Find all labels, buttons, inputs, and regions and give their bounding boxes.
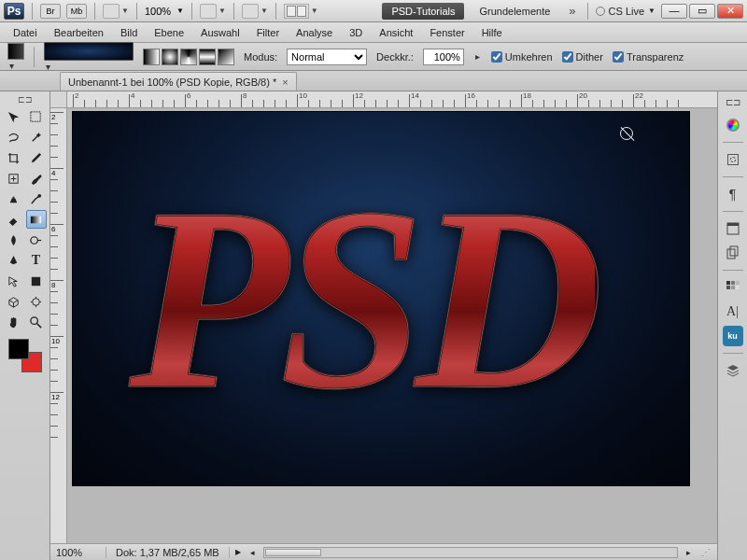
opacity-flyout[interactable]: ▸ xyxy=(473,51,482,62)
cs-live-button[interactable]: CS Live▼ xyxy=(596,6,655,17)
paragraph-panel-icon[interactable]: ¶ xyxy=(723,184,743,204)
tools-collapse-icon[interactable]: ⊏⊐ xyxy=(18,95,33,105)
3d-tool[interactable] xyxy=(4,292,24,311)
path-selection-tool[interactable] xyxy=(4,272,24,290)
opacity-input[interactable]: 100% xyxy=(423,49,464,65)
svg-rect-3 xyxy=(31,216,41,223)
menu-filter[interactable]: Filter xyxy=(249,24,287,41)
history-brush-tool[interactable] xyxy=(26,189,47,208)
grid-icon xyxy=(200,4,217,19)
gradient-linear-button[interactable] xyxy=(143,49,160,65)
scrollbar-thumb[interactable] xyxy=(265,549,321,556)
clone-stamp-tool[interactable] xyxy=(4,189,24,208)
workspace-tab-psd-tutorials[interactable]: PSD-Tutorials xyxy=(382,3,464,20)
main-area: ⊏⊐ T xyxy=(0,91,747,560)
menu-analyse[interactable]: Analyse xyxy=(289,24,340,41)
menu-bearbeiten[interactable]: Bearbeiten xyxy=(47,24,111,41)
panel-expand-icon[interactable]: ⊏⊐ xyxy=(726,97,740,107)
status-bar: 100% Dok: 1,37 MB/2,65 MB ▶ ◂ ▸ ⋰ xyxy=(50,543,717,560)
reverse-checkbox[interactable]: Umkehren xyxy=(491,51,553,63)
menu-bild[interactable]: Bild xyxy=(113,24,145,41)
menu-3d[interactable]: 3D xyxy=(342,24,370,41)
blur-tool[interactable] xyxy=(4,231,24,249)
crop-tool[interactable] xyxy=(4,148,24,167)
arrange-dropdown[interactable]: ▼ xyxy=(242,4,268,19)
hand-tool[interactable] xyxy=(4,313,24,331)
clone-source-panel-icon[interactable] xyxy=(723,243,743,263)
gradient-radial-button[interactable] xyxy=(162,49,178,65)
window-maximize-button[interactable]: ▭ xyxy=(689,4,715,19)
status-zoom[interactable]: 100% xyxy=(50,547,106,558)
ruler-origin[interactable] xyxy=(50,91,67,108)
zoom-level[interactable]: 100% xyxy=(145,6,171,17)
pen-tool[interactable] xyxy=(4,251,24,270)
menu-auswahl[interactable]: Auswahl xyxy=(193,24,247,41)
screenmode-dropdown[interactable]: ▼ xyxy=(284,4,318,19)
workspace-overflow[interactable]: » xyxy=(565,4,579,18)
character-panel-icon[interactable]: A| xyxy=(723,301,743,322)
swatches-panel-icon[interactable] xyxy=(723,277,743,298)
status-docinfo[interactable]: Dok: 1,37 MB/2,65 MB xyxy=(106,547,230,558)
shape-tool[interactable] xyxy=(26,272,47,290)
gradient-tool[interactable] xyxy=(26,210,47,229)
hand-dropdown[interactable]: ▼ xyxy=(200,4,226,19)
transparency-checkbox[interactable]: Transparenz xyxy=(613,51,684,63)
move-tool[interactable] xyxy=(4,107,24,126)
menu-ansicht[interactable]: Ansicht xyxy=(372,24,420,41)
menu-datei[interactable]: Datei xyxy=(6,24,45,41)
view-extras-dropdown[interactable]: ▼ xyxy=(103,4,129,19)
svg-point-7 xyxy=(31,316,38,324)
gradient-type-buttons xyxy=(143,49,234,65)
3d-camera-tool[interactable] xyxy=(26,292,47,311)
color-swatches[interactable] xyxy=(8,339,42,372)
resize-grip-icon[interactable]: ⋰ xyxy=(695,547,717,557)
bridge-badge[interactable]: Br xyxy=(40,4,61,19)
document-tab-close-icon[interactable]: × xyxy=(282,77,288,88)
healing-brush-tool[interactable] xyxy=(4,169,24,188)
gradient-picker[interactable]: ▾ xyxy=(44,42,134,72)
window-close-button[interactable]: ✕ xyxy=(717,4,743,19)
scrollbar-horizontal[interactable] xyxy=(263,547,678,558)
window-minimize-button[interactable]: — xyxy=(661,4,687,19)
tool-preset-picker[interactable]: ▾ xyxy=(7,43,24,71)
eyedropper-tool[interactable] xyxy=(26,148,47,167)
screenmode-icon xyxy=(284,4,309,19)
eraser-tool[interactable] xyxy=(4,210,24,229)
marquee-tool[interactable] xyxy=(26,107,47,126)
type-tool[interactable]: T xyxy=(26,251,47,270)
minibridge-badge[interactable]: Mb xyxy=(66,4,87,19)
canvas[interactable]: PSD PSD xyxy=(73,112,689,485)
history-panel-icon[interactable] xyxy=(723,218,743,239)
scroll-left-button[interactable]: ◂ xyxy=(247,548,260,557)
options-bar: ▾ ▾ Modus: Normal Deckkr.: 100%▸ Umkehre… xyxy=(0,43,747,71)
gradient-diamond-button[interactable] xyxy=(218,49,234,65)
magic-wand-tool[interactable] xyxy=(26,128,47,147)
ruler-horizontal[interactable]: 246810121416182022 xyxy=(67,91,717,108)
dither-checkbox[interactable]: Dither xyxy=(562,51,603,63)
zoom-tool[interactable] xyxy=(26,313,47,331)
gradient-angle-button[interactable] xyxy=(180,49,197,65)
workspace-tab-grundelemente[interactable]: Grundelemente xyxy=(470,3,559,20)
brush-tool[interactable] xyxy=(26,169,47,188)
svg-rect-17 xyxy=(736,286,740,289)
layers-panel-icon[interactable] xyxy=(723,360,743,381)
mode-select[interactable]: Normal xyxy=(287,49,367,65)
kuler-panel-icon[interactable]: ku xyxy=(723,326,743,346)
lasso-tool[interactable] xyxy=(4,128,24,147)
foreground-color-swatch[interactable] xyxy=(8,339,29,359)
dodge-tool[interactable] xyxy=(26,231,47,249)
film-icon xyxy=(103,4,120,19)
svg-rect-10 xyxy=(727,249,735,259)
scroll-right-button[interactable]: ▸ xyxy=(682,548,695,557)
document-tab[interactable]: Unbenannt-1 bei 100% (PSD Kopie, RGB/8) … xyxy=(60,72,297,91)
menu-hilfe[interactable]: Hilfe xyxy=(474,24,510,41)
menu-fenster[interactable]: Fenster xyxy=(422,24,472,41)
status-flyout-icon[interactable]: ▶ xyxy=(230,548,247,556)
ruler-vertical[interactable]: 24681012 xyxy=(50,108,67,543)
masks-panel-icon[interactable] xyxy=(723,149,743,170)
panel-dock: ⊏⊐ ¶ A| ku xyxy=(717,91,747,560)
gradient-reflected-button[interactable] xyxy=(199,49,216,65)
color-panel-icon[interactable] xyxy=(723,115,743,135)
svg-rect-15 xyxy=(726,286,730,289)
menu-ebene[interactable]: Ebene xyxy=(147,24,191,41)
